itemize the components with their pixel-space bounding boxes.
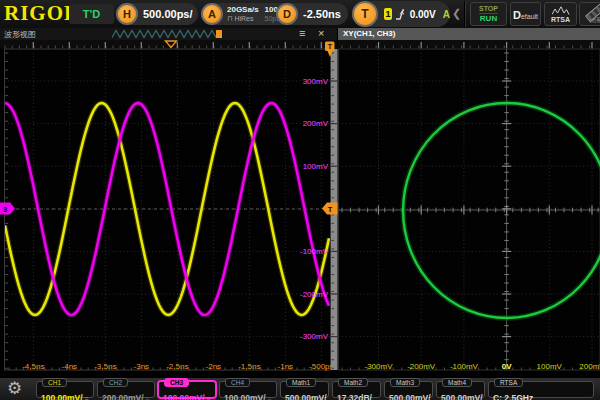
- time-label: -2.5ns: [166, 362, 188, 371]
- channel-box-rtsa[interactable]: RTSAC: 2.5GHz: [488, 381, 594, 398]
- time-label: -2ns: [206, 362, 222, 371]
- oscilloscope-screen: RIGOL T'D H 500.00ps/ A 20GSa/s ⊓ HiRes …: [0, 0, 600, 400]
- channel-box-math1[interactable]: Math1500.00mV/: [280, 381, 329, 398]
- channel-tab[interactable]: Math2: [338, 378, 368, 387]
- xy-voltage-label: 200mV: [579, 362, 600, 371]
- gear-icon[interactable]: ⚙: [7, 378, 22, 398]
- channel-box-ch4[interactable]: CH4100.00mV/=: [219, 381, 277, 398]
- display-area: 300mV200mV100mV-100mV-200mV-300mV-4.5ns-…: [0, 0, 600, 377]
- time-label: -500ps: [309, 362, 333, 371]
- xy-horizontal-ruler[interactable]: [338, 40, 600, 49]
- channel-box-ch3[interactable]: CH3100.00mV/= Ω: [158, 381, 216, 398]
- xy-voltage-label: 100mV: [537, 362, 563, 371]
- xy-voltage-label: 0V: [502, 362, 512, 371]
- channel-scale-value: 100.00mV/: [41, 393, 83, 400]
- voltage-label: -100mV: [300, 247, 329, 256]
- channel-tab[interactable]: CH1: [42, 378, 67, 387]
- time-label: -4ns: [62, 362, 78, 371]
- time-label: -3ns: [134, 362, 150, 371]
- channel-tab[interactable]: Math4: [442, 378, 472, 387]
- channel-box-math3[interactable]: Math3500.00mV/: [384, 381, 433, 398]
- time-label: -1ns: [278, 362, 294, 371]
- time-label: -3.5ns: [94, 362, 116, 371]
- channel-box-math4[interactable]: Math4500.00mV/: [436, 381, 485, 398]
- channel-box-math2[interactable]: Math217.32dB/: [332, 381, 381, 398]
- channel-tab[interactable]: RTSA: [494, 378, 523, 387]
- channel-tab[interactable]: CH2: [103, 378, 128, 387]
- channel-tab[interactable]: Math1: [286, 378, 316, 387]
- channel-tab[interactable]: CH4: [225, 378, 250, 387]
- bottom-channel-bar: ⚙ CH1100.00mV/= ΩCH2200.00mV/= ΩCH3100.0…: [0, 377, 600, 400]
- channel-box-ch1[interactable]: CH1100.00mV/= Ω: [36, 381, 94, 398]
- voltage-label: 100mV: [303, 162, 329, 171]
- xy-voltage-label: -300mV: [364, 362, 393, 371]
- voltage-label: -300mV: [300, 332, 329, 341]
- xy-voltage-label: -200mV: [407, 362, 436, 371]
- channel-scale-value: 200.00mV/: [102, 393, 144, 400]
- voltage-label: -200mV: [300, 290, 329, 299]
- channel-scale-value: 100.00mV/: [163, 393, 205, 400]
- channel-scale-value: 17.32dB/: [337, 393, 372, 400]
- channel-scale-value: C: 2.5GHz: [493, 393, 533, 400]
- channel-tab[interactable]: CH3: [164, 378, 189, 387]
- coupling-impedance-icons: =: [268, 395, 272, 400]
- channel-scale-value: 500.00mV/: [441, 393, 483, 400]
- time-label: -4.5ns: [22, 362, 44, 371]
- channel-box-list: CH1100.00mV/= ΩCH2200.00mV/= ΩCH3100.00m…: [36, 381, 594, 398]
- channel-box-ch2[interactable]: CH2200.00mV/= Ω: [97, 381, 155, 398]
- xy-voltage-label: -100mV: [450, 362, 479, 371]
- voltage-label: 300mV: [303, 77, 329, 86]
- channel-tab[interactable]: Math3: [390, 378, 420, 387]
- channel-scale-value: 500.00mV/: [285, 393, 327, 400]
- channel-scale-value: 500.00mV/: [389, 393, 431, 400]
- channel-scale-value: 100.00mV/: [224, 393, 266, 400]
- ch3-level-marker-label: 3: [3, 205, 7, 214]
- time-label: -1.5ns: [238, 362, 260, 371]
- voltage-label: 200mV: [303, 119, 329, 128]
- trigger-level-marker-label: T: [328, 205, 333, 214]
- trigger-pin-label: T: [328, 43, 333, 50]
